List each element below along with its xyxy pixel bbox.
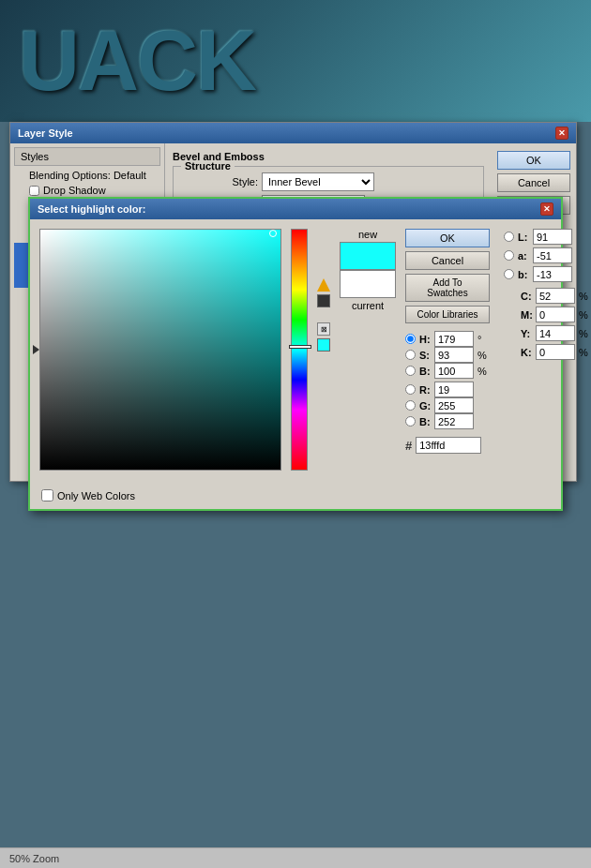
c-row: C: 52 % bbox=[504, 288, 591, 304]
hex-row: # 13fffd bbox=[405, 437, 491, 454]
y-unit: % bbox=[579, 328, 591, 339]
web-safe-color[interactable] bbox=[317, 338, 330, 352]
color-inputs-hsb: H: 179 ° S: 93 % B: 100 % bbox=[405, 331, 491, 429]
brgb-input[interactable]: 252 bbox=[434, 413, 474, 429]
sidebar-item-blending[interactable]: Blending Options: Default bbox=[14, 168, 160, 183]
r-label: R: bbox=[419, 384, 431, 396]
h-unit: ° bbox=[477, 334, 491, 345]
style-select[interactable]: Inner Bevel bbox=[262, 172, 374, 191]
r-radio[interactable] bbox=[405, 384, 416, 395]
cancel-button[interactable]: Cancel bbox=[497, 173, 570, 192]
new-current-area: new current bbox=[340, 229, 396, 471]
h-row: H: 179 ° bbox=[405, 331, 491, 347]
gamut-color-box[interactable] bbox=[317, 294, 330, 307]
g-label: G: bbox=[419, 400, 431, 412]
drop-shadow-checkbox[interactable] bbox=[29, 186, 39, 196]
color-picker-dialog: Select highlight color: ✕ ⊠ new current bbox=[28, 197, 563, 511]
style-label: Style: bbox=[183, 176, 258, 187]
color-picker-title: Select highlight color: bbox=[38, 203, 146, 215]
gradient-cursor bbox=[269, 230, 277, 237]
m-input[interactable]: 0 bbox=[536, 307, 575, 322]
add-to-swatches-button[interactable]: Add To Swatches bbox=[405, 274, 490, 302]
b-unit: % bbox=[477, 366, 491, 377]
web-colors-checkbox[interactable] bbox=[41, 489, 53, 501]
status-bar: 50% Zoom bbox=[0, 847, 591, 868]
c-input[interactable]: 52 bbox=[536, 288, 575, 304]
h-label: H: bbox=[419, 334, 431, 345]
b2-label: b: bbox=[518, 269, 529, 280]
color-picker-right: OK Cancel Add To Swatches Color Librarie… bbox=[405, 229, 491, 471]
b-radio[interactable] bbox=[405, 366, 416, 376]
gradient-field-arrow bbox=[33, 345, 39, 354]
g-radio[interactable] bbox=[405, 400, 416, 411]
bg-title-text: UACK bbox=[19, 13, 255, 110]
hue-slider-handle bbox=[289, 345, 311, 349]
r-input[interactable]: 19 bbox=[434, 382, 474, 397]
style-row: Style: Inner Bevel bbox=[183, 172, 474, 191]
zoom-level: 50% Zoom bbox=[9, 853, 59, 864]
s-unit: % bbox=[477, 350, 491, 361]
color-gradient-field[interactable] bbox=[39, 229, 281, 471]
a-label: a: bbox=[518, 250, 529, 262]
color-picker-body: ⊠ new current OK Cancel Add To Swatches … bbox=[30, 219, 561, 480]
b2-radio[interactable] bbox=[504, 269, 514, 279]
color-picker-titlebar: Select highlight color: ✕ bbox=[30, 199, 561, 219]
k-input[interactable]: 0 bbox=[536, 344, 575, 360]
ok-button[interactable]: OK bbox=[497, 151, 570, 170]
background-title: UACK bbox=[0, 0, 591, 122]
hex-input[interactable]: 13fffd bbox=[416, 437, 481, 454]
h-input[interactable]: 179 bbox=[434, 331, 474, 347]
g-row: G: 255 bbox=[405, 397, 491, 413]
gamut-warning-icon[interactable] bbox=[317, 278, 330, 292]
brgb-label: B: bbox=[419, 416, 431, 427]
web-colors-row: Only Web Colors bbox=[30, 486, 561, 509]
b2-input[interactable]: -13 bbox=[533, 266, 572, 282]
y-input[interactable]: 14 bbox=[536, 325, 575, 341]
l-input[interactable]: 91 bbox=[533, 229, 572, 245]
brgb-row: B: 252 bbox=[405, 413, 491, 429]
k-unit: % bbox=[579, 347, 591, 358]
current-color-box[interactable] bbox=[340, 270, 396, 298]
layer-style-titlebar: Layer Style ✕ bbox=[10, 123, 576, 143]
new-label: new bbox=[340, 229, 396, 240]
m-unit: % bbox=[579, 309, 591, 321]
y-label: Y: bbox=[521, 328, 532, 339]
k-row: K: 0 % bbox=[504, 344, 591, 360]
color-libraries-button[interactable]: Color Libraries bbox=[405, 306, 490, 323]
hue-slider[interactable] bbox=[291, 229, 308, 471]
a-radio[interactable] bbox=[504, 250, 514, 261]
s-radio[interactable] bbox=[405, 350, 416, 360]
layer-style-close-button[interactable]: ✕ bbox=[555, 127, 568, 140]
a-input[interactable]: -51 bbox=[533, 247, 572, 263]
current-label: current bbox=[340, 300, 396, 311]
g-input[interactable]: 255 bbox=[434, 397, 474, 413]
k-label: K: bbox=[521, 347, 532, 358]
color-ok-button[interactable]: OK bbox=[405, 229, 490, 247]
h-radio[interactable] bbox=[405, 334, 416, 344]
color-inputs-lab-cmyk: L: 91 a: -51 b: -13 C: 52 % M bbox=[504, 229, 591, 471]
brgb-radio[interactable] bbox=[405, 416, 416, 427]
web-safe-icon: ⊠ bbox=[317, 322, 330, 336]
s-label: S: bbox=[419, 350, 431, 361]
b-input[interactable]: 100 bbox=[434, 363, 474, 379]
c-unit: % bbox=[579, 291, 591, 302]
sidebar-item-drop-shadow[interactable]: Drop Shadow bbox=[14, 183, 160, 198]
color-cancel-button[interactable]: Cancel bbox=[405, 251, 490, 270]
s-row: S: 93 % bbox=[405, 347, 491, 363]
sidebar-header: Styles bbox=[14, 147, 160, 166]
new-color-box[interactable] bbox=[340, 242, 396, 270]
s-input[interactable]: 93 bbox=[434, 347, 474, 363]
l-row: L: 91 bbox=[504, 229, 591, 245]
color-picker-buttons: OK Cancel Add To Swatches Color Librarie… bbox=[405, 229, 491, 323]
color-picker-close-button[interactable]: ✕ bbox=[540, 202, 553, 216]
warning-area: ⊠ bbox=[317, 229, 330, 471]
y-row: Y: 14 % bbox=[504, 325, 591, 341]
m-label: M: bbox=[521, 309, 532, 321]
l-radio[interactable] bbox=[504, 232, 514, 242]
b-row: B: 100 % bbox=[405, 363, 491, 379]
r-row: R: 19 bbox=[405, 382, 491, 397]
c-label: C: bbox=[521, 291, 532, 302]
m-row: M: 0 % bbox=[504, 307, 591, 322]
blending-options-label: Blending Options: Default bbox=[29, 170, 146, 181]
b2-row: b: -13 bbox=[504, 266, 591, 282]
